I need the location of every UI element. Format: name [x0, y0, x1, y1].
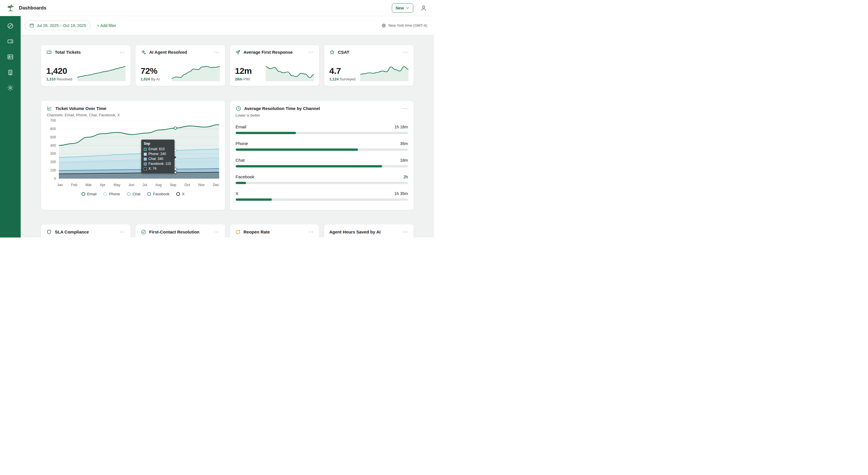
tooltip-swatch: [144, 162, 147, 166]
tooltip-swatch: [144, 148, 147, 151]
legend-item-x[interactable]: X: [176, 192, 185, 196]
card-title: Average Resolution Time by Channel: [244, 106, 320, 111]
resolution-rows: Email1h 18m Phone35m Chat18m Facebo: [236, 124, 408, 201]
y-axis-label: 300: [50, 151, 56, 156]
kpi-subtext: 1,310 Resolved: [46, 77, 72, 81]
user-menu-button[interactable]: [420, 5, 427, 11]
y-axis-label: 600: [50, 127, 56, 131]
timezone-indicator[interactable]: New York time (GMT-4): [381, 23, 427, 28]
legend-swatch: [127, 192, 131, 196]
legend-swatch: [103, 192, 107, 196]
timezone-label: New York time (GMT-4): [389, 23, 427, 28]
organizations-icon[interactable]: [7, 69, 14, 76]
resolution-time-card: Average Resolution Time by Channel ⋯ Low…: [229, 100, 414, 210]
x-axis-label: Mar: [86, 183, 92, 187]
legend-item-email[interactable]: Email: [82, 192, 97, 196]
x-axis-label: Sep: [170, 183, 176, 187]
progress-track: [236, 182, 408, 184]
agent-hours-saved-card: Agent Hours Saved by AI ⋯: [324, 224, 414, 237]
x-axis-label: Dec: [213, 183, 219, 187]
kpi-sparkline: [360, 63, 408, 81]
sla-compliance-card: SLA Compliance ⋯: [41, 224, 131, 237]
legend-item-facebook[interactable]: Facebook: [147, 192, 169, 196]
card-title: SLA Compliance: [55, 230, 89, 234]
resolution-time: 18m: [400, 158, 408, 162]
add-filter-button[interactable]: + Add filter: [97, 23, 116, 28]
palm-tree-logo[interactable]: [6, 4, 15, 12]
star-icon: [329, 50, 335, 55]
progress-track: [236, 148, 408, 151]
card-title: Agent Hours Saved by AI: [329, 230, 381, 234]
filter-bar: Jul 28, 2025 – Oct 19, 2025 + Add filter…: [21, 16, 434, 35]
x-axis-label: Jun: [129, 183, 134, 187]
progress-track: [236, 132, 408, 134]
card-menu-button[interactable]: ⋯: [308, 49, 314, 55]
card-title: Reopen Rate: [244, 230, 270, 234]
card-menu-button[interactable]: ⋯: [308, 229, 314, 235]
tooltip-row: Email: 610: [144, 147, 172, 152]
dashboard-body: Total Tickets ⋯ 1,420 1,310 Resolved: [21, 35, 434, 237]
resolution-time: 1h 35m: [394, 191, 408, 196]
resolution-row-email: Email1h 18m: [236, 124, 408, 134]
shield-icon: [46, 229, 52, 235]
topbar: Dashboards New: [0, 0, 434, 16]
tooltip-swatch: [144, 168, 147, 170]
y-axis-label: 700: [50, 118, 56, 123]
kpi-card-total-tickets: Total Tickets ⋯ 1,420 1,310 Resolved: [41, 45, 131, 86]
contacts-icon[interactable]: [7, 53, 14, 60]
topbar-right: New: [392, 3, 427, 12]
legend-swatch: [82, 192, 85, 196]
kpi-subtext: 1,024 By AI: [141, 77, 160, 81]
date-range-filter[interactable]: Jul 28, 2025 – Oct 19, 2025: [25, 21, 91, 30]
card-subtitle: Lower is better: [236, 113, 408, 117]
legend-item-phone[interactable]: Phone: [103, 192, 120, 196]
kpi-title: CSAT: [338, 50, 349, 55]
resolution-time: 2h: [403, 175, 408, 179]
x-axis-label: Nov: [198, 183, 205, 187]
y-axis: 700 600 500 400 300 200 100 0: [47, 118, 59, 181]
legend-item-chat[interactable]: Chat: [127, 192, 141, 196]
progress-fill: [236, 165, 382, 168]
card-menu-button[interactable]: ⋯: [119, 49, 125, 55]
card-menu-button[interactable]: ⋯: [402, 106, 408, 112]
card-menu-button[interactable]: ⋯: [214, 49, 220, 55]
volume-chart-svg: [59, 121, 219, 179]
card-menu-button[interactable]: ⋯: [119, 229, 125, 235]
ticket-icon: [46, 50, 52, 55]
legend-swatch: [147, 192, 151, 196]
date-range-label: Jul 28, 2025 – Oct 19, 2025: [37, 23, 86, 28]
ticket-volume-card: Ticket Volume Over Time Channels: Email,…: [41, 100, 225, 210]
dashboard-icon[interactable]: [7, 22, 14, 29]
paper-plane-icon: [235, 50, 241, 55]
resolution-row-chat: Chat18m: [236, 158, 408, 168]
reopen-rate-card: Reopen Rate ⋯: [229, 224, 320, 237]
person-icon: [420, 5, 427, 11]
resolution-time: 35m: [400, 141, 408, 146]
kpi-title: AI Agent Resolved: [149, 50, 187, 55]
tooltip-swatch: [144, 153, 147, 156]
card-title: First-Contact Resolution: [149, 230, 199, 234]
resolution-time: 1h 18m: [394, 125, 408, 129]
x-axis: Jan Feb Mar Apr May Jun Jul Aug Sep Oct …: [57, 183, 219, 187]
y-axis-label: 100: [50, 168, 56, 173]
kpi-card-ai-resolved: AI Agent Resolved ⋯ 72% 1,024 By AI: [135, 45, 225, 86]
new-button[interactable]: New: [392, 3, 413, 12]
kpi-card-csat: CSAT ⋯ 4.7 1,124 Surveyed: [324, 45, 414, 86]
legend-swatch: [176, 192, 180, 196]
progress-track: [236, 165, 408, 168]
kpi-value: 4.7: [329, 66, 355, 76]
kpi-sparkline: [266, 63, 314, 81]
card-menu-button[interactable]: ⋯: [214, 229, 220, 235]
y-axis-label: 0: [54, 176, 56, 181]
settings-gear-icon[interactable]: [7, 84, 14, 91]
chart-title: Ticket Volume Over Time: [55, 106, 106, 111]
x-axis-label: Aug: [155, 183, 162, 187]
kpi-subtext: 1,124 Surveyed: [329, 77, 355, 81]
ticket-icon[interactable]: [7, 38, 14, 45]
card-menu-button[interactable]: ⋯: [402, 49, 408, 55]
tooltip-row: Phone: 240: [144, 152, 172, 156]
kpi-sparkline: [172, 63, 220, 81]
kpi-subtext: 28m P90: [235, 77, 252, 81]
volume-chart-plot[interactable]: Sep Email: 610 Phone: 240 Chat: 340 Face…: [59, 121, 219, 179]
card-menu-button[interactable]: ⋯: [402, 229, 408, 235]
